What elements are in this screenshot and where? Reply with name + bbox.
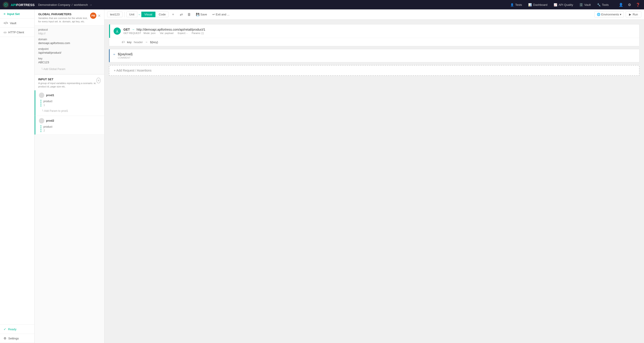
api-quality-icon: 📈 [554, 3, 557, 6]
global-params-desc: Variables that are common for the whole … [38, 16, 90, 24]
header-type: header [134, 40, 143, 44]
input-set-icon: ≡ [4, 12, 5, 16]
user-avatar[interactable]: PM [90, 12, 96, 19]
tab-code[interactable]: Code [156, 12, 168, 17]
save-button[interactable]: 💾 Save [194, 12, 209, 17]
ready-icon: ✓ [4, 327, 6, 331]
prod1-param-label: product [44, 100, 100, 103]
toolbar-divider-1 [124, 12, 124, 17]
prod1-name: prod1 [46, 94, 54, 97]
add-param-prod1-button[interactable]: └ Add Param to prod1 [39, 108, 100, 113]
param-protocol: protocol http:// [38, 28, 100, 35]
delete-button[interactable]: 🗑 [186, 11, 193, 18]
add-input-set-button[interactable]: + [96, 78, 100, 84]
param-endpoint: endpoint /api/retail/product/ [38, 48, 100, 54]
add-request-button[interactable]: + Add Request / Assertions [109, 65, 640, 76]
nav-vault[interactable]: 🗄️ Vault [577, 2, 594, 8]
top-navigation: APIFORTRESS Demonstration Company / work… [0, 0, 644, 10]
comment-text: ${payload} [118, 52, 132, 56]
sidebar-item-vault[interactable]: </> Vault [0, 18, 34, 28]
input-set-header: INPUT SET A group of input variables rep… [35, 74, 104, 90]
tools-icon: 🔧 [597, 3, 600, 6]
breadcrumb: Demonstration Company / workbench → [38, 3, 92, 6]
global-params-title: GLOBAL PARAMETERS [38, 12, 90, 16]
sidebar-item-http-client[interactable]: ▭ HTTP Client [0, 28, 34, 37]
global-params-header: GLOBAL PARAMETERS Variables that are com… [35, 10, 104, 26]
exit-button[interactable]: ↩ Exit and ... [210, 12, 232, 17]
main-layout: ≡ Input Set </> Vault ▭ HTTP Client ✓ Re… [0, 10, 644, 343]
save-icon: 💾 [196, 13, 200, 16]
request-arrow-icon: → [132, 28, 135, 31]
request-url: http://demoapi.apifortress.com/api/retai… [137, 28, 205, 31]
comment-icon: " [113, 53, 115, 58]
request-label: GET REQUEST [124, 32, 141, 34]
header-value: ${key} [150, 40, 158, 44]
run-button[interactable]: ▶ Run [626, 12, 641, 18]
breadcrumb-arrow: → [89, 3, 92, 6]
nav-links: 👤 Tests 📊 Dashboard 📈 API Quality 🗄️ Vau… [508, 2, 611, 8]
prod2-name: prod2 [46, 119, 54, 122]
prod2-avatar [39, 118, 44, 124]
add-request-label: + Add Request / Assertions [114, 69, 152, 72]
help-button[interactable]: ❓ [634, 1, 641, 8]
tab-visual[interactable]: Visual [141, 12, 156, 17]
input-set-desc: A group of input variables representing … [38, 82, 96, 88]
breadcrumb-separator: / [72, 3, 73, 6]
tab-unit[interactable]: Unit [126, 12, 137, 17]
logo-icon [3, 2, 9, 8]
sidebar-bottom: ✓ Ready ⚙ Settings [0, 324, 34, 343]
header-key: key [127, 40, 132, 44]
prod1-avatar [39, 92, 44, 98]
sidebar-item-input-set[interactable]: ≡ Input Set [0, 10, 34, 18]
prod1-param-value: 1 [44, 103, 100, 107]
add-button[interactable]: ＋ [170, 11, 177, 18]
vault-icon: 🗄️ [580, 3, 583, 6]
prod2-param-value: 2 [44, 129, 100, 132]
tab-group: Unit → Visual Code [126, 12, 168, 17]
request-card-main[interactable]: GET → http://demoapi.apifortress.com/api… [109, 24, 639, 38]
swap-button[interactable]: ⇄ [178, 11, 185, 18]
dashboard-icon: 📊 [528, 3, 532, 6]
get-request-icon [114, 28, 121, 35]
user-profile-button[interactable]: 👤 [618, 1, 624, 8]
breadcrumb-workbench[interactable]: workbench [74, 3, 88, 6]
sidebar-item-settings[interactable]: ⚙ Settings [0, 334, 34, 343]
nav-dashboard[interactable]: 📊 Dashboard [526, 2, 550, 8]
app-logo[interactable]: APIFORTRESS [3, 2, 35, 8]
http-client-icon: ▭ [4, 30, 6, 34]
vault-sidebar-icon: </> [4, 21, 8, 25]
nav-tools[interactable]: 🔧 Tools [594, 2, 611, 8]
test-tab[interactable]: test123 [107, 12, 122, 17]
comment-card[interactable]: " ${payload} COMMENT [109, 49, 640, 62]
request-header-row[interactable]: 🏷 key header → ${key} [109, 38, 639, 46]
tab-arrow-icon: → [138, 13, 141, 16]
param-key: key ABC123 [38, 57, 100, 64]
nav-tests[interactable]: 👤 Tests [508, 2, 524, 8]
environments-button[interactable]: 🌐 Environments ▾ [594, 12, 624, 18]
add-global-param-button[interactable]: └ Add Global Param [38, 67, 100, 72]
workbench-toolbar: test123 Unit → Visual Code ＋ ⇄ 🗑 💾 Save … [104, 10, 644, 20]
param-domain: domain demoapi.apifortress.com [38, 38, 100, 45]
globe-icon: 🌐 [597, 13, 600, 16]
close-panel-button[interactable]: ✕ [98, 14, 100, 18]
workbench-canvas: GET → http://demoapi.apifortress.com/api… [104, 20, 644, 343]
play-icon: ▶ [629, 13, 631, 16]
input-set-item-prod1: prod1 product 1 └ Add Param to prod1 [35, 90, 104, 116]
breadcrumb-company[interactable]: Demonstration Company [38, 3, 70, 6]
nav-api-quality[interactable]: 📈 API Quality [551, 2, 576, 8]
header-tag-icon: 🏷 [122, 40, 125, 44]
input-set-section: INPUT SET A group of input variables rep… [35, 74, 104, 134]
settings-button[interactable]: ⚙ [626, 1, 633, 8]
prod2-param-label: product [44, 125, 100, 128]
sidebar-item-ready[interactable]: ✓ Ready [0, 325, 34, 334]
header-arrow-icon: → [145, 40, 148, 44]
input-set-item-prod2: prod2 product 2 [35, 116, 104, 134]
global-params-list: protocol http:// domain demoapi.apifortr… [35, 26, 104, 74]
request-card: GET → http://demoapi.apifortress.com/api… [109, 24, 640, 46]
sidebar: ≡ Input Set </> Vault ▭ HTTP Client ✓ Re… [0, 10, 35, 343]
nav-actions: 👤 ⚙ ❓ [618, 1, 641, 8]
params-panel: GLOBAL PARAMETERS Variables that are com… [35, 10, 104, 343]
tests-icon: 👤 [510, 3, 514, 6]
request-meta: GET REQUEST Mode: json Var: payload Expe… [124, 32, 207, 34]
sidebar-settings-icon: ⚙ [4, 336, 6, 340]
